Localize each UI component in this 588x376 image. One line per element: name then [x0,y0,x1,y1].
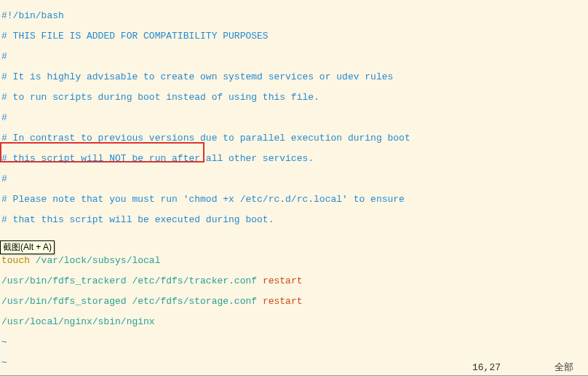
code-line: # [1,113,587,123]
path-token: /usr/local/nginx/sbin/nginx [1,316,155,327]
vim-tilde: ~ [1,337,587,348]
command-token: touch [1,255,30,266]
vim-editor[interactable]: #!/bin/bash # THIS FILE IS ADDED FOR COM… [0,0,588,376]
path-token: /usr/bin/fdfs_storaged [1,296,127,307]
keyword-token: restart [263,296,303,307]
code-line: # that this script will be executed duri… [1,215,587,225]
code-line: # [1,52,587,62]
blank-line [1,235,587,246]
code-line: # In contrast to previous versions due t… [1,133,587,144]
path-token: /usr/bin/fdfs_trackerd [1,275,127,286]
path-token: /etc/fdfs/storage.conf [127,296,263,307]
code-line: /usr/local/nginx/sbin/nginx [1,317,587,327]
code-line: # THIS FILE IS ADDED FOR COMPATIBILITY P… [1,31,587,42]
path-token: /var/lock/subsys/local [30,255,160,266]
code-line: # It is highly advisable to create own s… [1,72,587,82]
code-line: # Please note that you must run 'chmod +… [1,195,587,205]
status-mode: 全部 [555,363,573,373]
keyword-token: restart [263,275,303,286]
code-line: # to run scripts during boot instead of … [1,93,587,103]
code-line: # [1,174,587,184]
cursor-position: 16,27 [472,363,501,373]
vim-status-bar: 16,27 全部 [0,363,588,375]
screenshot-tooltip: 截图(Alt + A) [0,240,55,254]
code-line: # this script will NOT be run after all … [1,154,587,164]
path-token: /etc/fdfs/tracker.conf [127,275,263,286]
code-line: /usr/bin/fdfs_trackerd /etc/fdfs/tracker… [1,276,587,286]
code-line: touch /var/lock/subsys/local [1,256,587,266]
code-line: #!/bin/bash [1,11,587,21]
code-line: /usr/bin/fdfs_storaged /etc/fdfs/storage… [1,297,587,307]
